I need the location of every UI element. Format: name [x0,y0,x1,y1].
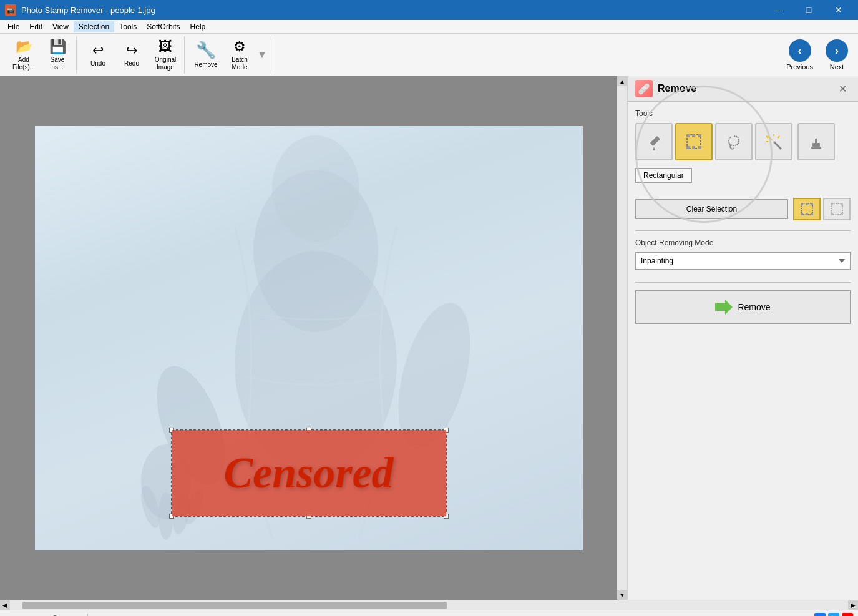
magic-wand-tool-button[interactable] [755,123,792,160]
menu-edit[interactable]: Edit [24,21,47,32]
censored-container: Censored [172,430,446,516]
status-bar: 1:1 − + Time (s): 0.1 JPG (1920x1280x24)… [0,610,858,616]
pencil-tool-button[interactable] [635,123,673,160]
zoom-controls: − + [21,614,82,616]
scroll-right-button[interactable]: ▶ [848,600,858,610]
svg-marker-40 [715,300,733,315]
toolbox-eraser-icon: 🩹 [635,80,653,97]
remove-btn-inner: Remove [715,298,770,316]
clear-selection-button[interactable]: Clear Selection [635,199,788,219]
tool-name-label: Rectangular [635,168,692,183]
menu-tools[interactable]: Tools [114,21,142,32]
batch-mode-label: BatchMode [232,56,248,71]
redo-button[interactable]: ↪ Redo [115,37,148,72]
nav-buttons: ‹ Previous › Next [776,34,858,76]
svg-rect-31 [801,213,803,215]
svg-rect-30 [811,203,813,205]
previous-circle: ‹ [789,39,811,62]
mini-rectangular-button[interactable] [793,198,821,220]
mode-select[interactable]: Inpainting Content-Aware Fill Fast [635,252,851,270]
svg-line-20 [774,142,781,149]
svg-rect-37 [841,203,843,205]
svg-rect-36 [831,203,833,205]
remove-button[interactable]: Remove [635,290,851,324]
toolbox-close-button[interactable]: ✕ [835,82,851,96]
svg-rect-27 [811,147,821,149]
youtube-icon[interactable]: ▶ [842,613,853,617]
separator1 [635,230,851,231]
svg-rect-33 [806,203,808,205]
add-files-icon: 📂 [16,39,32,55]
add-files-label: AddFile(s)... [12,56,35,71]
h-scroll-track[interactable] [10,600,848,610]
svg-rect-18 [692,134,695,137]
dropdown-arrow-icon[interactable]: ▼ [257,49,267,61]
close-button[interactable]: ✕ [824,0,853,20]
object-removing-mode-label: Object Removing Mode [635,238,851,247]
add-files-button[interactable]: 📂 AddFile(s)... [7,37,40,72]
menu-softorbits[interactable]: SoftOrbits [142,21,185,32]
menu-selection[interactable]: Selection [74,21,114,32]
twitter-icon[interactable]: 𝕏 [828,613,839,617]
svg-rect-38 [831,213,833,215]
undo-button[interactable]: ↩ Undo [82,37,114,72]
mini-tool-buttons [793,198,851,220]
batch-mode-button[interactable]: ⚙ BatchMode [223,37,256,72]
selection-box: Censored [172,430,446,516]
next-button[interactable]: › Next [821,37,853,73]
menu-view[interactable]: View [47,21,74,32]
mini-alt-icon [830,202,844,216]
stamp-tool-button[interactable] [797,123,835,160]
svg-marker-12 [653,147,655,150]
remove-toolbar-icon: 🔧 [196,41,216,60]
canvas-area: Censored ▲ ▼ [0,76,627,600]
zoom-in-button[interactable]: + [78,614,83,616]
toolbox-panel: 🩹 Remove ✕ Tools [627,76,858,600]
minimize-button[interactable]: — [764,0,793,20]
scroll-track-v[interactable] [617,86,627,590]
remove-toolbar-label: Remove [194,61,217,69]
rectangular-tool-button[interactable] [675,123,713,160]
zoom-out-button[interactable]: − [21,614,26,616]
redo-icon: ↪ [126,42,137,59]
lasso-tool-button[interactable] [715,123,753,160]
menu-help[interactable]: Help [185,21,211,32]
toolbar-file-group: 📂 AddFile(s)... 💾 Saveas... [5,36,77,74]
rectangular-icon [685,133,703,150]
save-label: Saveas... [51,56,65,71]
censored-banner: Censored [172,430,446,516]
svg-line-23 [778,136,779,138]
remove-arrow-icon [715,298,733,316]
vertical-scrollbar: ▲ ▼ [617,76,627,600]
next-label: Next [830,63,844,71]
toolbox-header: 🩹 Remove ✕ [628,76,858,102]
scroll-down-button[interactable]: ▼ [617,590,627,600]
facebook-icon[interactable]: f [814,613,826,617]
lasso-icon [725,133,743,150]
undo-icon: ↩ [92,42,104,59]
svg-point-2 [272,135,359,242]
svg-marker-21 [768,135,774,142]
toolbox-body: Tools [628,102,858,600]
save-as-button[interactable]: 💾 Saveas... [41,37,74,72]
tools-section-label: Tools [635,109,851,118]
separator2 [635,282,851,283]
original-image-button[interactable]: 🖼 OriginalImage [149,37,182,72]
toolbar-edit-group: ↩ Undo ↪ Redo 🖼 OriginalImage [79,36,185,74]
toolbox-title-area: 🩹 Remove [635,80,696,97]
svg-rect-19 [692,146,695,149]
batch-mode-icon: ⚙ [233,39,246,55]
mini-alt-button[interactable] [823,198,851,220]
remove-btn-label: Remove [738,302,770,312]
scroll-up-button[interactable]: ▲ [617,76,627,86]
maximize-button[interactable]: □ [794,0,823,20]
scroll-left-button[interactable]: ◀ [0,600,10,610]
menu-file[interactable]: File [2,21,24,32]
title-bar-left: 📷 Photo Stamp Remover - people-1.jpg [5,4,155,16]
original-image-label: OriginalImage [155,56,176,71]
canvas-image[interactable]: Censored [35,126,583,550]
remove-toolbar-button[interactable]: 🔧 Remove [190,37,222,72]
previous-button[interactable]: ‹ Previous [781,37,818,73]
svg-rect-26 [812,143,820,147]
main-area: Censored ▲ ▼ 🩹 Remove ✕ Tools [0,76,858,600]
